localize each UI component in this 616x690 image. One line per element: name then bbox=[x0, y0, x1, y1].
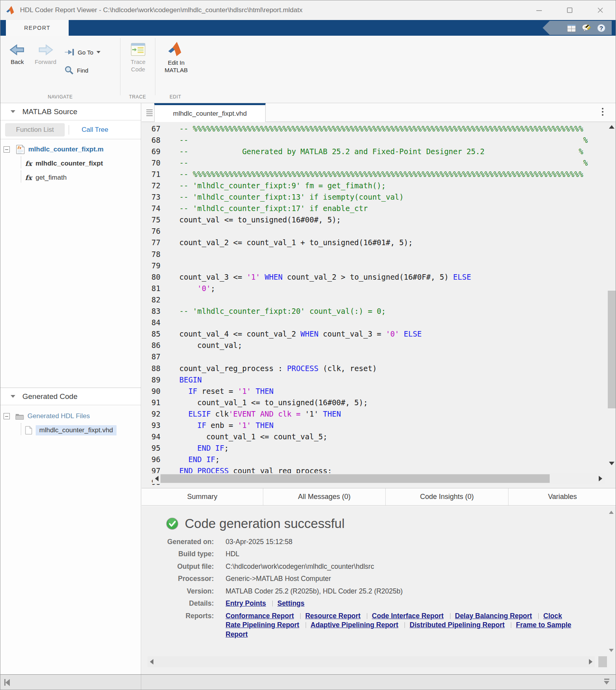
tree-row-mfile[interactable]: fx mlhdlc_counter_fixpt.m bbox=[0, 142, 141, 157]
tab-all-messages[interactable]: All Messages (0) bbox=[263, 488, 386, 505]
title-bar: HDL Coder Report Viewer - C:\hdlcoder\wo… bbox=[0, 0, 616, 20]
find-button[interactable]: Find bbox=[64, 66, 88, 75]
code-view[interactable]: 67-- %%%%%%%%%%%%%%%%%%%%%%%%%%%%%%%%%%%… bbox=[142, 122, 616, 488]
tab-call-tree[interactable]: Call Tree bbox=[82, 126, 108, 134]
collapse-triangle-icon[interactable] bbox=[11, 110, 15, 113]
collapse-triangle-icon[interactable] bbox=[11, 395, 15, 398]
ribbon-quick-access: ? bbox=[543, 21, 612, 35]
tree-row-function[interactable]: fx mlhdlc_counter_fixpt bbox=[0, 157, 141, 171]
close-button[interactable] bbox=[585, 0, 616, 20]
tree-label-vhd-file[interactable]: mlhdlc_counter_fixpt.vhd bbox=[36, 425, 117, 435]
line-number: 91 bbox=[142, 398, 166, 407]
tab-report[interactable]: REPORT bbox=[6, 20, 69, 36]
detail-label: Build type: bbox=[166, 550, 214, 559]
generated-code-panel: Generated Code Generated HDL Files bbox=[0, 388, 141, 437]
line-number: 82 bbox=[142, 295, 166, 304]
feedback-icon[interactable] bbox=[581, 23, 591, 33]
code-text: count_val <= to_unsigned(16#00#, 5); bbox=[166, 215, 341, 224]
adaptive-pipelining-report-link[interactable]: Adaptive Pipelining Report bbox=[311, 621, 399, 629]
status-left-cell bbox=[0, 675, 141, 690]
tree-label-function[interactable]: mlhdlc_counter_fixpt bbox=[35, 160, 103, 167]
line-number: 84 bbox=[142, 318, 166, 327]
tab-variables[interactable]: Variables bbox=[508, 488, 616, 505]
line-number: 89 bbox=[142, 375, 166, 384]
scroll-left-icon[interactable] bbox=[155, 476, 159, 481]
code-line: 75count_val <= to_unsigned(16#00#, 5); bbox=[142, 214, 616, 226]
entry-points-link[interactable]: Entry Points bbox=[226, 599, 266, 607]
subtab-separator bbox=[69, 125, 69, 135]
forward-button[interactable]: Forward bbox=[32, 44, 59, 65]
code-line: 73-- 'mlhdlc_counter_fixpt:13' if isempt… bbox=[142, 191, 616, 203]
code-line: 96 END IF; bbox=[142, 454, 616, 465]
matlab-source-header[interactable]: MATLAB Source bbox=[0, 103, 141, 120]
code-text: -- % bbox=[166, 158, 588, 167]
code-text: -- %%%%%%%%%%%%%%%%%%%%%%%%%%%%%%%%%%%%%… bbox=[166, 170, 583, 178]
settings-link[interactable]: Settings bbox=[277, 599, 304, 607]
line-number: 67 bbox=[142, 124, 166, 133]
scroll-down-icon[interactable] bbox=[609, 462, 614, 465]
goto-button[interactable]: Go To bbox=[64, 48, 100, 56]
editor-vertical-scrollbar[interactable] bbox=[607, 122, 616, 488]
fx-icon: fx bbox=[25, 160, 32, 167]
collapse-box-icon[interactable] bbox=[4, 146, 10, 153]
generated-code-header[interactable]: Generated Code bbox=[0, 388, 141, 405]
editor-tab-vhd[interactable]: mlhdlc_counter_fixpt.vhd bbox=[154, 103, 266, 122]
code-line: 71-- %%%%%%%%%%%%%%%%%%%%%%%%%%%%%%%%%%%… bbox=[142, 168, 616, 180]
resource-report-link[interactable]: Resource Report bbox=[305, 612, 361, 620]
tab-summary[interactable]: Summary bbox=[142, 488, 263, 505]
matlab-source-panel: MATLAB Source Function List Call Tree f bbox=[0, 103, 141, 388]
trace-code-button[interactable]: TraceCode bbox=[124, 43, 152, 73]
code-line: 93 IF enb = '1' THEN bbox=[142, 419, 616, 431]
tab-function-list[interactable]: Function List bbox=[5, 123, 65, 137]
back-button[interactable]: Back bbox=[6, 44, 29, 65]
code-text: -- 'mlhdlc_counter_fixpt:13' if isempty(… bbox=[166, 193, 404, 201]
collapse-box-icon[interactable] bbox=[4, 413, 10, 419]
code-text: count_val_1 <= to_unsigned(16#00#, 5); bbox=[166, 398, 368, 407]
collapse-panel-icon[interactable] bbox=[4, 679, 10, 686]
scroll-right-icon[interactable] bbox=[599, 476, 602, 481]
scroll-up-icon[interactable] bbox=[609, 125, 614, 129]
editor-pane: mlhdlc_counter_fixpt.vhd 67-- %%%%%%%%%%… bbox=[142, 103, 616, 674]
scroll-down-icon[interactable] bbox=[609, 649, 614, 652]
editor-menu-icon[interactable] bbox=[601, 108, 605, 117]
dock-down-icon[interactable] bbox=[604, 679, 609, 685]
code-text: count_val; bbox=[166, 341, 242, 350]
details-links: Entry Points Settings bbox=[226, 599, 579, 608]
tree-label-function[interactable]: get_fimath bbox=[35, 174, 66, 182]
line-number: 92 bbox=[142, 410, 166, 418]
code-interface-report-link[interactable]: Code Interface Report bbox=[372, 612, 444, 620]
summary-horizontal-scrollbar[interactable] bbox=[148, 656, 595, 667]
minimize-button[interactable] bbox=[524, 0, 554, 20]
distributed-pipelining-report-link[interactable]: Distributed Pipelining Report bbox=[410, 621, 505, 629]
delay-balancing-report-link[interactable]: Delay Balancing Report bbox=[455, 612, 532, 620]
line-number: 90 bbox=[142, 387, 166, 395]
vertical-scroll-thumb[interactable] bbox=[608, 291, 616, 408]
tree-row-function[interactable]: fx get_fimath bbox=[0, 171, 141, 185]
edit-in-matlab-button[interactable]: Edit InMATLAB bbox=[158, 41, 194, 74]
conformance-report-link[interactable]: Conformance Report bbox=[226, 612, 294, 620]
horizontal-scroll-thumb[interactable] bbox=[160, 474, 550, 483]
help-icon[interactable]: ? bbox=[596, 23, 606, 33]
goto-dropdown-caret[interactable] bbox=[97, 51, 100, 53]
layout-icon[interactable] bbox=[567, 23, 576, 33]
scroll-right-icon[interactable] bbox=[589, 659, 592, 665]
editor-tab-bar: mlhdlc_counter_fixpt.vhd bbox=[142, 103, 616, 122]
scroll-up-icon[interactable] bbox=[609, 511, 614, 514]
tree-label-mfile[interactable]: mlhdlc_counter_fixpt.m bbox=[28, 146, 104, 153]
tree-label-hdl-folder[interactable]: Generated HDL Files bbox=[27, 412, 90, 420]
tree-connector bbox=[21, 423, 21, 435]
code-line: 74-- 'mlhdlc_counter_fixpt:17' if enable… bbox=[142, 203, 616, 214]
scroll-left-icon[interactable] bbox=[150, 659, 153, 665]
tree-row-hdl-folder[interactable]: Generated HDL Files bbox=[0, 409, 141, 423]
tree-row-vhd-file[interactable]: mlhdlc_counter_fixpt.vhd bbox=[0, 423, 141, 437]
details-label: Details: bbox=[166, 599, 214, 608]
editor-horizontal-scrollbar[interactable] bbox=[153, 473, 605, 484]
drag-handle-icon[interactable] bbox=[146, 109, 153, 117]
code-line: 67-- %%%%%%%%%%%%%%%%%%%%%%%%%%%%%%%%%%%… bbox=[142, 123, 616, 134]
line-number: 79 bbox=[142, 261, 166, 270]
group-separator bbox=[155, 38, 155, 95]
maximize-button[interactable] bbox=[554, 0, 585, 20]
code-line: 70-- % bbox=[142, 157, 616, 168]
tab-code-insights[interactable]: Code Insights (0) bbox=[386, 488, 508, 505]
code-line: 82 bbox=[142, 294, 616, 305]
